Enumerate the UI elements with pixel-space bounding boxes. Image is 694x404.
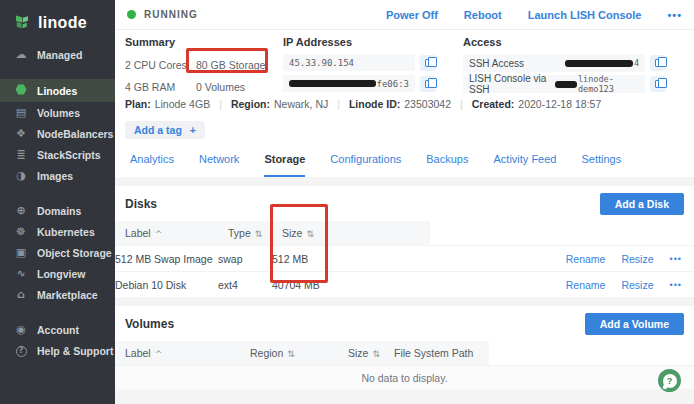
sort-asc-icon: ^ <box>155 229 163 239</box>
copy-ipv4-button[interactable] <box>420 55 436 71</box>
tab-bar: Analytics Network Storage Configurations… <box>115 147 694 177</box>
lish-console-row: LISH Console via SSH linode-demo123 <box>463 75 688 93</box>
linode-cloud-manager: linode ☁ Managed Linodes ▤ Volumes ❖ Nod… <box>0 0 694 404</box>
sidebar-item-label: Images <box>37 170 73 182</box>
ipv6-row: fe06:3 <box>283 75 455 92</box>
disk-type: ext4 <box>218 279 272 291</box>
sidebar-item-kubernetes[interactable]: ☸ Kubernetes <box>0 221 115 242</box>
sidebar-item-linodes[interactable]: Linodes <box>0 79 115 102</box>
copy-lish-button[interactable] <box>650 76 666 92</box>
sidebar-item-account[interactable]: ◉ Account <box>0 319 115 340</box>
rename-button[interactable]: Rename <box>566 279 606 291</box>
row-more-actions-icon[interactable]: ••• <box>670 254 682 264</box>
sidebar-item-help-support[interactable]: ? Help & Support <box>0 340 115 361</box>
volumes-title: Volumes <box>125 317 174 331</box>
tab-backups[interactable]: Backups <box>426 153 468 177</box>
volumes-col-region[interactable]: Region⇅ <box>250 347 348 359</box>
lish-visible-fragment: linode-demo123 <box>578 74 639 94</box>
resize-button[interactable]: Resize <box>621 279 653 291</box>
created-label: Created: <box>472 98 515 110</box>
rename-button[interactable]: Rename <box>566 253 606 265</box>
object-storage-icon: ▣ <box>14 247 28 258</box>
sidebar-item-label: StackScripts <box>37 149 101 161</box>
linode-logo[interactable]: linode <box>0 10 115 44</box>
ip-addresses-title: IP Addresses <box>283 36 455 48</box>
copy-icon <box>655 80 662 88</box>
sidebar-item-label: Help & Support <box>37 345 113 357</box>
disks-col-label[interactable]: Label^ <box>125 227 228 239</box>
help-icon: ? <box>14 344 28 357</box>
add-disk-button[interactable]: Add a Disk <box>600 193 684 215</box>
plan-label: Plan: <box>125 98 151 110</box>
status-text: RUNNING <box>144 9 198 20</box>
launch-lish-console-button[interactable]: Launch LISH Console <box>528 9 642 21</box>
meta-separator: | <box>219 98 222 110</box>
access-column: Access SSH Access 4 LISH <box>463 36 688 96</box>
sidebar-item-managed[interactable]: ☁ Managed <box>0 44 115 65</box>
sidebar-item-marketplace[interactable]: ⌂ Marketplace <box>0 284 115 305</box>
ip-addresses-column: IP Addresses 45.33.90.154 fe06:3 <box>283 36 455 96</box>
volumes-count-value: 0 Volumes <box>196 81 245 93</box>
power-off-button[interactable]: Power Off <box>386 9 438 21</box>
add-tag-button[interactable]: Add a tag + <box>125 121 205 139</box>
main-content: RUNNING Power Off Reboot Launch LISH Con… <box>115 0 694 404</box>
sidebar-item-label: Domains <box>37 205 81 217</box>
sidebar-item-label: Linodes <box>37 85 77 97</box>
info-section: Summary 2 CPU Cores 80 GB Storage 4 GB R… <box>115 30 694 96</box>
region-label: Region: <box>231 98 270 110</box>
sidebar-item-images[interactable]: ◑ Images <box>0 165 115 186</box>
tab-settings[interactable]: Settings <box>581 153 621 177</box>
stackscripts-icon: ≣ <box>14 149 28 160</box>
tab-network[interactable]: Network <box>199 153 239 177</box>
copy-icon <box>425 80 432 88</box>
sidebar-item-label: Kubernetes <box>37 226 95 238</box>
disks-col-size[interactable]: Size⇅ <box>282 227 430 239</box>
plus-icon: + <box>190 124 196 136</box>
sidebar-item-label: Account <box>37 324 79 336</box>
disks-table-header: Label^ Type⇅ Size⇅ <box>115 221 694 245</box>
sidebar-item-label: Marketplace <box>37 289 98 301</box>
ssh-visible-fragment: 4 <box>634 58 639 68</box>
summary-title: Summary <box>125 36 280 48</box>
topbar-actions: Power Off Reboot Launch LISH Console ••• <box>386 9 682 21</box>
disks-col-type[interactable]: Type⇅ <box>228 227 282 239</box>
sidebar-item-domains[interactable]: ⊕ Domains <box>0 200 115 221</box>
copy-icon <box>655 59 662 67</box>
reboot-button[interactable]: Reboot <box>464 9 502 21</box>
sidebar-item-volumes[interactable]: ▤ Volumes <box>0 102 115 123</box>
resize-button[interactable]: Resize <box>621 253 653 265</box>
sort-icon: ⇅ <box>306 229 314 239</box>
sort-asc-icon: ^ <box>155 349 163 359</box>
kubernetes-icon: ☸ <box>14 226 28 237</box>
linode-id-value: 23503042 <box>404 98 451 110</box>
sort-icon: ⇅ <box>255 229 263 239</box>
copy-icon <box>425 59 432 67</box>
topbar: RUNNING Power Off Reboot Launch LISH Con… <box>115 0 694 30</box>
sidebar-item-longview[interactable]: ∿ Longview <box>0 263 115 284</box>
tab-activity-feed[interactable]: Activity Feed <box>493 153 556 177</box>
tab-analytics[interactable]: Analytics <box>130 153 174 177</box>
volumes-col-size[interactable]: Size⇅ <box>348 347 394 359</box>
sidebar-item-object-storage[interactable]: ▣ Object Storage <box>0 242 115 263</box>
row-more-actions-icon[interactable]: ••• <box>670 280 682 290</box>
copy-ssh-button[interactable] <box>650 55 666 71</box>
volumes-col-label[interactable]: Label^ <box>125 347 250 359</box>
region-value: Newark, NJ <box>274 98 328 110</box>
ssh-access-row: SSH Access 4 <box>463 54 688 72</box>
sidebar-item-stackscripts[interactable]: ≣ StackScripts <box>0 144 115 165</box>
volumes-col-path: File System Path <box>394 347 489 359</box>
tab-configurations[interactable]: Configurations <box>330 153 401 177</box>
copy-ipv6-button[interactable] <box>420 76 436 92</box>
linode-logo-icon <box>13 14 31 32</box>
disks-title: Disks <box>125 197 157 211</box>
meta-separator: | <box>460 98 463 110</box>
sidebar-item-label: Volumes <box>37 107 80 119</box>
disk-size: 40704 MB <box>272 279 420 291</box>
tab-storage[interactable]: Storage <box>264 153 305 177</box>
footer: v1.27.1 | API Reference | Provide Feedba… <box>115 389 694 404</box>
meta-separator: | <box>337 98 340 110</box>
add-volume-button[interactable]: Add a Volume <box>585 313 684 335</box>
help-bubble-button[interactable]: ? <box>658 369 681 392</box>
more-actions-icon[interactable]: ••• <box>667 9 682 21</box>
sidebar-item-nodebalancers[interactable]: ❖ NodeBalancers <box>0 123 115 144</box>
